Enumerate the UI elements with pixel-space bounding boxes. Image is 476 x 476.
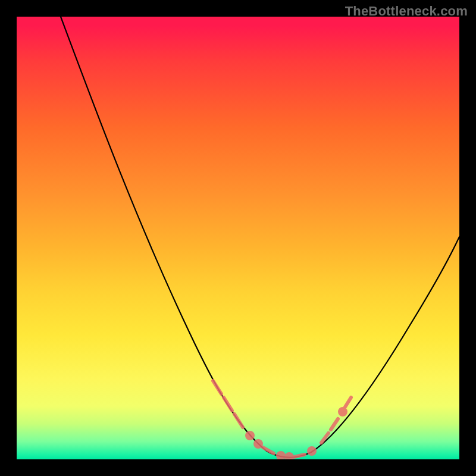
optimal-zone-markers — [213, 381, 351, 459]
marker-dash — [234, 414, 243, 427]
chart-frame: TheBottleneck.com — [0, 0, 476, 476]
marker-dash — [294, 455, 305, 457]
marker-dash — [224, 397, 232, 411]
marker-dash — [345, 397, 351, 407]
marker-dot — [278, 453, 284, 459]
chart-plot-area — [17, 17, 459, 459]
marker-dot — [340, 409, 346, 415]
marker-dash — [331, 419, 338, 430]
marker-dash — [213, 381, 221, 394]
marker-dot — [309, 448, 315, 454]
marker-dot — [247, 433, 253, 439]
bottleneck-curve — [61, 17, 459, 458]
marker-dot — [286, 454, 292, 459]
chart-svg — [17, 17, 459, 459]
watermark-text: TheBottleneck.com — [345, 4, 468, 19]
marker-dot — [255, 441, 261, 447]
